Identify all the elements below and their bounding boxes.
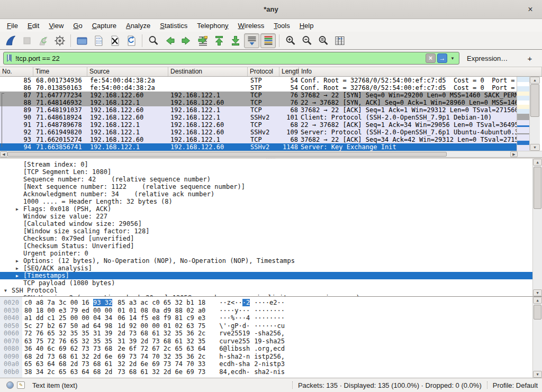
- hex-segment[interactable]: ···%···4: [219, 314, 250, 322]
- go-forward-icon[interactable]: [178, 33, 194, 48]
- column-header-time[interactable]: Time: [33, 67, 87, 76]
- detail-line[interactable]: TCP payload (1080 bytes): [0, 279, 542, 287]
- expand-arrow-icon[interactable]: ▶: [16, 272, 19, 279]
- hex-segment[interactable]: 5c 27 b2 67 50 ad 64 98: [24, 322, 112, 330]
- hex-row[interactable]: 008036 40 6c 69 62 73 73 682e 6f 72 67 2…: [0, 345, 542, 353]
- column-header-protocol[interactable]: Protocol: [248, 67, 279, 76]
- hex-segment[interactable]: 2d 73 68 61 32 35 36 2c: [118, 330, 205, 338]
- hex-segment[interactable]: istp256,: [254, 353, 285, 361]
- menu-analyze[interactable]: Analyze: [121, 21, 155, 31]
- hex-segment[interactable]: 80 18 00 e3 79 ed 00 00: [24, 307, 112, 315]
- packet-row[interactable]: 8871.648146932192.168.122.1192.168.122.6…: [0, 99, 517, 106]
- scroll-down-icon[interactable]: ▼: [533, 289, 542, 296]
- column-header-info[interactable]: Info: [299, 67, 542, 76]
- filter-clear-icon[interactable]: ×: [426, 53, 436, 63]
- packet-row[interactable]: 8971.648191037192.168.122.60192.168.122.…: [0, 106, 517, 114]
- hscrollbar-thumb[interactable]: [7, 152, 447, 157]
- hex-row[interactable]: 009068 2d 73 68 61 32 2d 6e69 73 74 70 3…: [0, 353, 542, 361]
- detail-line[interactable]: [Next sequence number: 1122 (relative se…: [0, 183, 542, 190]
- reload-file-icon[interactable]: [123, 33, 139, 48]
- hex-segment[interactable]: 85 a3 ac c0 65 32 b1 18: [118, 299, 205, 307]
- hex-segment[interactable]: curve255: [219, 338, 250, 345]
- open-file-icon[interactable]: [74, 33, 89, 48]
- hex-segment[interactable]: 06 14 f5 e8 f9 81 c9 e3: [118, 314, 205, 322]
- hex-row[interactable]: 0040a1 dd c1 25 00 00 04 3406 14 f5 e8 f…: [0, 314, 542, 322]
- column-header-no[interactable]: No.: [0, 67, 33, 76]
- hex-segment[interactable]: ······cu: [254, 322, 285, 330]
- go-to-bottom-icon[interactable]: [228, 33, 243, 48]
- hex-row[interactable]: 003080 18 00 e3 79 ed 00 0001 01 08 0a d…: [0, 307, 542, 315]
- hex-segment[interactable]: 69 73 74 70 32 35 36 2c: [118, 353, 205, 361]
- scrollbar-track[interactable]: [533, 320, 542, 371]
- expression-button[interactable]: Expression…: [467, 54, 508, 62]
- filter-apply-icon[interactable]: →: [437, 53, 447, 63]
- start-capture-icon[interactable]: [3, 33, 18, 48]
- scrollbar-track[interactable]: [530, 117, 540, 144]
- filter-history-chevron-down-icon[interactable]: ▼: [447, 56, 457, 61]
- collapse-arrow-icon[interactable]: ▼: [4, 287, 7, 294]
- detail-line[interactable]: Sequence number: 42 (relative sequence n…: [0, 176, 542, 183]
- hex-segment[interactable]: 2-nistp3: [254, 360, 285, 368]
- auto-scroll-icon[interactable]: [244, 33, 259, 48]
- hex-segment[interactable]: .org,ecd: [254, 345, 285, 353]
- menu-tools[interactable]: Tools: [269, 21, 294, 31]
- menu-wireless[interactable]: Wireless: [233, 21, 269, 31]
- detail-line[interactable]: ▶[SEQ/ACK analysis]: [0, 265, 542, 272]
- hex-row[interactable]: 00a065 63 64 68 2d 73 68 6132 2d 6e 69 7…: [0, 360, 542, 368]
- hex-segment[interactable]: -sha256,: [254, 330, 285, 338]
- detail-line[interactable]: [Window size scaling factor: 128]: [0, 227, 542, 235]
- expand-arrow-icon[interactable]: ▶: [16, 265, 19, 272]
- hex-segment[interactable]: 2e 6f 72 67 2c 65 63 64: [118, 345, 205, 353]
- go-back-icon[interactable]: [162, 33, 177, 48]
- hex-segment[interactable]: ··z<···2: [219, 299, 250, 307]
- hex-row[interactable]: 00b038 34 2c 65 63 64 68 2d73 68 61 32 2…: [0, 368, 542, 376]
- menu-edit[interactable]: Edit: [23, 21, 44, 31]
- menu-go[interactable]: Go: [68, 21, 87, 31]
- hex-segment[interactable]: sha2-nis: [254, 368, 285, 376]
- packet-row[interactable]: 8670.013850163fe:54:00:d4:38:2aSTP54Conf…: [0, 84, 517, 92]
- hex-row[interactable]: 0020c0 a8 7a 3c 00 16 93 3285 a3 ac c0 6…: [0, 299, 542, 307]
- menu-statistics[interactable]: Statistics: [155, 21, 192, 31]
- hex-segment[interactable]: 36 40 6c 69 62 73 73 68: [24, 345, 112, 353]
- menu-help[interactable]: Help: [295, 21, 319, 31]
- scrollbar-track[interactable]: [533, 209, 542, 289]
- hex-segment[interactable]: ····y···: [219, 307, 250, 315]
- detail-line[interactable]: 1000 .... = Header Length: 32 bytes (8): [0, 198, 542, 205]
- detail-line[interactable]: [Checksum Status: Unverified]: [0, 242, 542, 250]
- details-vscrollbar[interactable]: ▲ ▼: [532, 159, 542, 296]
- hex-segment[interactable]: 65 63 64 68 2d 73 68 61: [24, 360, 112, 368]
- detail-line[interactable]: [TCP Segment Len: 1080]: [0, 168, 542, 176]
- hex-segment[interactable]: ····e2··: [254, 299, 285, 307]
- detail-line[interactable]: ▶[Timestamps]: [0, 272, 542, 279]
- hex-segment[interactable]: \'·gP·d·: [219, 322, 250, 330]
- hex-segment[interactable]: 84,ecdh-: [219, 368, 250, 376]
- capture-comment-icon[interactable]: ✎: [17, 381, 25, 389]
- detail-line[interactable]: Checksum: 0x79ed [unverified]: [0, 235, 542, 242]
- detail-line[interactable]: [Stream index: 0]: [0, 161, 542, 168]
- hex-segment[interactable]: a1 dd c1 25 00 00 04 34: [24, 314, 112, 322]
- zoom-reset-icon[interactable]: [315, 33, 331, 48]
- hex-segment[interactable]: 68 2d 73 68 61 32 2d 6e: [24, 353, 112, 361]
- detail-line[interactable]: [Calculated window size: 29056]: [0, 220, 542, 227]
- hex-row[interactable]: 006072 76 65 32 35 35 31 392d 73 68 61 3…: [0, 330, 542, 338]
- hex-segment[interactable]: 73 68 61 32 2d 6e 69 73: [118, 368, 205, 376]
- scroll-right-icon[interactable]: ▶: [510, 151, 518, 157]
- intelligent-scrollbar-minimap[interactable]: [517, 77, 529, 151]
- menu-file[interactable]: File: [2, 21, 23, 31]
- hex-segment[interactable]: 19-sha25: [254, 338, 285, 345]
- hex-segment[interactable]: 72 76 65 32 35 35 31 39: [24, 330, 112, 338]
- display-filter-input[interactable]: !tcp.port == 22 × → ▼: [3, 52, 459, 65]
- packet-row[interactable]: 9171.648789678192.168.122.1192.168.122.6…: [0, 121, 517, 129]
- packet-row[interactable]: 9371.662015274192.168.122.60192.168.122.…: [0, 136, 517, 143]
- detail-line[interactable]: ▶Flags: 0x018 (PSH, ACK): [0, 205, 542, 213]
- detail-line[interactable]: ▼SSH Protocol: [0, 287, 542, 294]
- packet-row[interactable]: 9471.663856741192.168.122.1192.168.122.6…: [0, 143, 517, 151]
- packet-row[interactable]: 9271.661949820192.168.122.1192.168.122.6…: [0, 129, 517, 136]
- column-header-source[interactable]: Source: [87, 67, 168, 76]
- scroll-down-icon[interactable]: ▼: [530, 144, 540, 151]
- hex-segment[interactable]: 01 01 08 0a d9 88 02 a0: [118, 307, 205, 315]
- go-to-packet-icon[interactable]: [195, 33, 210, 48]
- go-to-top-icon[interactable]: [211, 33, 227, 48]
- hex-row[interactable]: 007063 75 72 76 65 32 35 3531 39 2d 73 6…: [0, 338, 542, 345]
- hex-segment[interactable]: 6@libssh: [219, 345, 250, 353]
